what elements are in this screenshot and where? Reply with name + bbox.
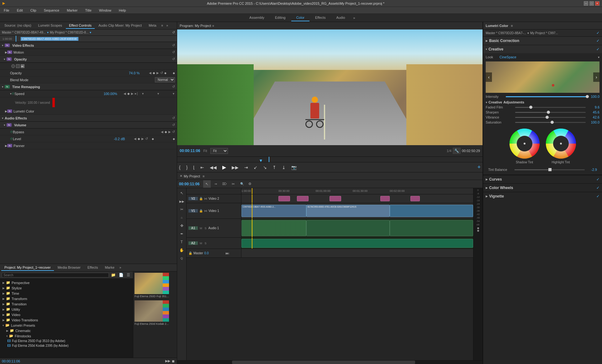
bypass-nav-r[interactable]: ▶ xyxy=(168,130,171,134)
tab-editing[interactable]: Editing xyxy=(270,14,291,21)
folder-utility[interactable]: ▶ 📁 Utility xyxy=(0,307,133,312)
opacity-reset-btn[interactable]: ↺ xyxy=(160,71,163,75)
sharpen-thumb[interactable] xyxy=(547,111,550,114)
look-dropdown-arrow[interactable]: ▾ xyxy=(598,55,599,59)
opacity-icon-pen[interactable]: ✒ xyxy=(21,64,24,68)
saturation-thumb[interactable] xyxy=(551,121,554,124)
track-a1-s[interactable]: S xyxy=(204,226,207,230)
tool-track-select[interactable]: ⇒ xyxy=(212,180,219,188)
track-master-end[interactable]: ⏭ xyxy=(224,251,230,256)
panner-toggle[interactable]: ▶ xyxy=(5,144,7,147)
track-v2-lock[interactable]: 🔒 xyxy=(199,197,203,200)
menu-edit[interactable]: Edit xyxy=(16,8,24,13)
track-master-lock[interactable]: 🔒 xyxy=(188,251,192,255)
time-remap-section[interactable]: ▾ fx Time Remapping ↺ xyxy=(0,83,177,90)
opacity-value[interactable]: 74.0 % xyxy=(129,71,148,75)
tl-tool-4[interactable]: ⌂ xyxy=(178,214,186,221)
btn-step-fwd[interactable]: ▶▶ xyxy=(230,164,240,171)
seq-close[interactable]: ✕ xyxy=(180,174,182,178)
bottom-panel-more[interactable]: » xyxy=(118,265,123,270)
ve-reset[interactable]: ↺ xyxy=(172,43,175,47)
ec-clip-dropdown[interactable]: ▾ xyxy=(90,31,91,34)
lumetri-menu[interactable]: ≡ xyxy=(511,24,513,28)
track-v1-lock[interactable]: 🔒 xyxy=(199,209,203,213)
track-a1-m[interactable]: M xyxy=(199,226,203,230)
v2-clip-5[interactable] xyxy=(410,196,420,201)
tl-settings[interactable]: ⚙ xyxy=(248,182,251,186)
bypass-reset[interactable]: ↺ xyxy=(172,130,175,134)
ec-play-icon[interactable]: ▶▶ xyxy=(165,359,170,363)
folder-lumetri-presets[interactable]: ▾ 📂 Lumetri Presets xyxy=(0,323,133,328)
speed-keyframe[interactable]: ◆ xyxy=(127,92,130,95)
v1-clip-1[interactable]: C9970D2D-8BA7-4933-A0BD-2... xyxy=(241,205,306,217)
tr-reset[interactable]: ↺ xyxy=(172,85,175,89)
maximize-button[interactable]: □ xyxy=(589,1,594,6)
monitor-settings[interactable]: 🔧 xyxy=(453,148,461,154)
speed-nav-left[interactable]: ◀ xyxy=(124,92,126,95)
folder-time[interactable]: ▶ 📁 Time xyxy=(0,291,133,296)
look-nav-right[interactable]: › xyxy=(593,72,599,82)
tl-tool-3[interactable]: ✂ xyxy=(178,206,186,213)
btn-extract[interactable]: ⤓ xyxy=(280,164,288,171)
opacity-icon-square[interactable] xyxy=(16,64,20,68)
scroll-thumb[interactable] xyxy=(232,361,415,364)
look-value[interactable]: CineSpace xyxy=(499,55,597,59)
file-fuji-3510[interactable]: 🎞 Fuji Eterna 250D Fuji 3510 (by Adobe) xyxy=(0,339,133,343)
btn-go-to-in[interactable]: ⇤ xyxy=(198,164,206,171)
menu-file[interactable]: File xyxy=(3,8,11,13)
video-effects-section[interactable]: ▾ fx Video Effects ↺ xyxy=(0,42,177,49)
fit-select[interactable]: Fit 100% 50% xyxy=(210,148,228,154)
saturation-slider[interactable] xyxy=(515,122,586,123)
btn-mark-clip-in[interactable]: ⌊ xyxy=(191,164,197,171)
v2-clip-2[interactable] xyxy=(297,196,309,201)
vibrance-thumb[interactable] xyxy=(546,116,549,119)
track-v2-sync[interactable]: ⋈ xyxy=(204,197,207,200)
motion-toggle[interactable]: ▶ xyxy=(5,51,7,54)
tool-zoom[interactable]: 🔍 xyxy=(238,180,246,188)
speed-nav-right[interactable]: ▶ xyxy=(131,92,134,95)
intensity-slider[interactable] xyxy=(506,96,587,97)
tab-color[interactable]: Color xyxy=(291,14,309,21)
btn-lift[interactable]: ⤒ xyxy=(271,164,278,171)
highlight-tint-wheel[interactable] xyxy=(545,128,577,159)
level-reset[interactable]: ↺ xyxy=(145,137,148,141)
btn-go-to-out[interactable]: ⇥ xyxy=(242,164,250,171)
menu-window[interactable]: Window xyxy=(98,8,113,13)
tl-tool-7[interactable]: T xyxy=(178,238,186,246)
ec-record-icon[interactable]: ⏹ xyxy=(172,359,175,363)
folder-transition[interactable]: ▶ 📁 Transition xyxy=(0,301,133,307)
list-view-icon[interactable]: ☰ xyxy=(126,272,131,277)
sharpen-slider[interactable] xyxy=(515,112,586,113)
opacity-keyframe[interactable]: ◆ xyxy=(153,71,155,75)
vignette-section[interactable]: ▶ Vignette ✓ xyxy=(483,192,602,200)
tab-meta[interactable]: Meta xyxy=(145,23,159,29)
tool-ripple[interactable]: ⌦ xyxy=(221,180,228,188)
tool-razor[interactable]: ✂ xyxy=(230,180,237,188)
tab-audio[interactable]: Audio xyxy=(331,14,350,21)
v2-clip-3[interactable] xyxy=(330,196,341,201)
btn-add[interactable]: + xyxy=(475,163,483,171)
folder-video[interactable]: ▶ 📁 Video xyxy=(0,312,133,317)
tab-audio-clip-mixer[interactable]: Audio Clip Mixer: My Project xyxy=(95,23,145,29)
faded-film-slider[interactable] xyxy=(515,107,586,108)
panel-expand-icon[interactable]: » xyxy=(165,23,169,28)
btn-insert[interactable]: ↙ xyxy=(252,164,259,171)
blend-mode-select[interactable]: Normal Multiply Screen xyxy=(155,77,175,82)
ec-seq-dropdown[interactable]: ▾ xyxy=(47,31,49,34)
tab-assembly[interactable]: Assembly xyxy=(244,14,269,21)
menu-sequence[interactable]: Sequence xyxy=(43,8,61,13)
audio-effects-section[interactable]: ▾ Audio Effects ↺ xyxy=(0,115,177,122)
btn-export-frame[interactable]: 📷 xyxy=(289,164,298,171)
tab-project[interactable]: Project: My Project_1~recover xyxy=(1,265,54,271)
tl-tool-zoom[interactable]: Q xyxy=(178,255,186,262)
tab-lumetri-scopes[interactable]: Lumetri Scopes xyxy=(35,23,65,29)
look-nav-left[interactable]: ‹ xyxy=(486,72,492,82)
new-bin-icon[interactable]: 📁 xyxy=(110,272,117,277)
a2-clip[interactable] xyxy=(241,239,473,248)
v1-clip-3[interactable] xyxy=(390,205,473,217)
v2-clip-4[interactable] xyxy=(380,196,390,201)
track-v1-id[interactable]: V1 xyxy=(188,209,198,213)
folder-cinematic[interactable]: ▶ 📁 Cinematic xyxy=(0,328,133,333)
track-a2-m[interactable]: M xyxy=(199,241,203,245)
shadow-tint-wheel[interactable] xyxy=(509,128,540,159)
